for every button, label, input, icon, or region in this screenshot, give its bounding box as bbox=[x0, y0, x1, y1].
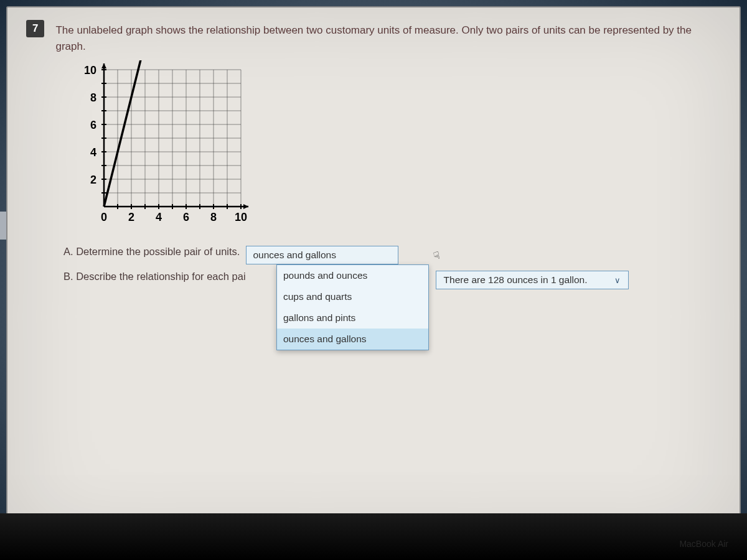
dropdown-units-list: pounds and ounces cups and quarts gallon… bbox=[276, 264, 429, 350]
line-graph: 0 2 4 6 8 10 2 4 6 8 10 bbox=[76, 60, 256, 235]
device-label: MacBook Air bbox=[679, 539, 728, 549]
question-number-badge: 7 bbox=[26, 20, 44, 37]
dropdown-option[interactable]: cups and quarts bbox=[277, 286, 428, 307]
y-tick-2: 2 bbox=[90, 174, 96, 186]
device-bezel: MacBook Air bbox=[0, 513, 747, 560]
question-header: 7 The unlabeled graph shows the relation… bbox=[26, 20, 721, 54]
dropdown-units[interactable]: ounces and gallons bbox=[246, 246, 398, 264]
chevron-down-icon: ∨ bbox=[614, 276, 621, 285]
side-tab[interactable] bbox=[0, 212, 6, 240]
question-b-label: B. Describe the relationship for each pa… bbox=[63, 271, 246, 282]
y-tick-10: 10 bbox=[84, 64, 96, 77]
x-tick-6: 6 bbox=[183, 211, 189, 223]
dropdown-relationship-value: There are 128 ounces in 1 gallon. bbox=[444, 274, 588, 286]
x-tick-8: 8 bbox=[210, 211, 217, 223]
question-a-row: A. Determine the possible pair of units.… bbox=[63, 246, 721, 264]
question-text: The unlabeled graph shows the relationsh… bbox=[55, 20, 721, 54]
question-a-label: A. Determine the possible pair of units. bbox=[63, 246, 240, 258]
y-tick-4: 4 bbox=[90, 146, 96, 159]
dropdown-option[interactable]: gallons and pints bbox=[277, 307, 428, 329]
x-tick-2: 2 bbox=[128, 211, 134, 223]
dropdown-units-value: ounces and gallons bbox=[253, 250, 336, 261]
graph-container: 0 2 4 6 8 10 2 4 6 8 10 bbox=[76, 60, 256, 235]
y-tick-8: 8 bbox=[90, 91, 96, 104]
x-tick-4: 4 bbox=[156, 211, 162, 223]
dropdown-option[interactable]: pounds and ounces bbox=[277, 265, 428, 286]
y-tick-6: 6 bbox=[90, 119, 96, 131]
worksheet-page: 7 The unlabeled graph shows the relation… bbox=[6, 6, 741, 543]
sub-questions: A. Determine the possible pair of units.… bbox=[63, 246, 721, 289]
dropdown-relationship[interactable]: There are 128 ounces in 1 gallon. ∨ bbox=[436, 271, 629, 289]
svg-line-46 bbox=[104, 60, 142, 207]
x-tick-0: 0 bbox=[101, 211, 107, 223]
pointer-cursor-icon: ☟ bbox=[431, 249, 441, 263]
x-tick-10: 10 bbox=[235, 211, 247, 223]
svg-marker-25 bbox=[101, 63, 106, 68]
dropdown-option[interactable]: ounces and gallons bbox=[277, 329, 428, 350]
svg-marker-24 bbox=[243, 204, 248, 209]
